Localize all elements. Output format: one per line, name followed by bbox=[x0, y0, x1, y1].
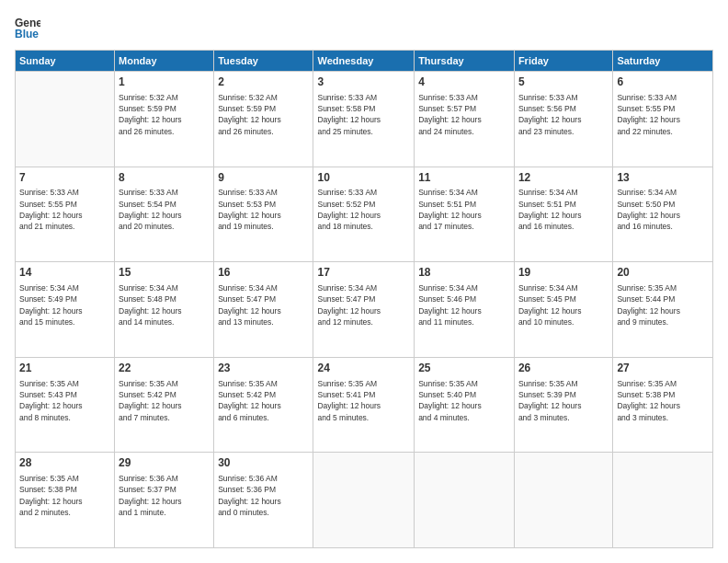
day-info: Sunrise: 5:32 AM Sunset: 5:59 PM Dayligh… bbox=[119, 92, 210, 137]
page: General Blue SundayMondayTuesdayWednesda… bbox=[0, 0, 728, 563]
day-number: 23 bbox=[218, 361, 309, 376]
day-number: 14 bbox=[19, 265, 110, 281]
day-number: 28 bbox=[19, 455, 110, 471]
day-number: 25 bbox=[418, 361, 510, 376]
calendar-week-row: 7Sunrise: 5:33 AM Sunset: 5:55 PM Daylig… bbox=[16, 167, 713, 262]
day-number: 15 bbox=[119, 265, 210, 281]
day-info: Sunrise: 5:35 AM Sunset: 5:44 PM Dayligh… bbox=[617, 282, 709, 327]
day-info: Sunrise: 5:34 AM Sunset: 5:51 PM Dayligh… bbox=[418, 187, 510, 232]
day-number: 24 bbox=[317, 361, 410, 376]
calendar-cell: 19Sunrise: 5:34 AM Sunset: 5:45 PM Dayli… bbox=[514, 262, 612, 358]
calendar-cell: 15Sunrise: 5:34 AM Sunset: 5:48 PM Dayli… bbox=[115, 262, 214, 358]
calendar-cell: 1Sunrise: 5:32 AM Sunset: 5:59 PM Daylig… bbox=[115, 72, 214, 167]
day-info: Sunrise: 5:34 AM Sunset: 5:49 PM Dayligh… bbox=[19, 282, 110, 327]
day-number: 6 bbox=[617, 75, 709, 90]
day-info: Sunrise: 5:35 AM Sunset: 5:38 PM Dayligh… bbox=[617, 378, 709, 423]
day-info: Sunrise: 5:33 AM Sunset: 5:55 PM Dayligh… bbox=[617, 92, 709, 137]
day-number: 2 bbox=[218, 75, 309, 90]
day-info: Sunrise: 5:33 AM Sunset: 5:58 PM Dayligh… bbox=[317, 92, 410, 137]
svg-text:Blue: Blue bbox=[15, 28, 39, 40]
calendar-cell bbox=[313, 453, 415, 548]
day-info: Sunrise: 5:35 AM Sunset: 5:40 PM Dayligh… bbox=[418, 378, 510, 423]
calendar-cell: 9Sunrise: 5:33 AM Sunset: 5:53 PM Daylig… bbox=[214, 167, 313, 262]
calendar-cell: 28Sunrise: 5:35 AM Sunset: 5:38 PM Dayli… bbox=[16, 453, 115, 548]
day-number: 10 bbox=[317, 170, 410, 186]
day-info: Sunrise: 5:33 AM Sunset: 5:54 PM Dayligh… bbox=[119, 187, 210, 232]
calendar-cell: 17Sunrise: 5:34 AM Sunset: 5:47 PM Dayli… bbox=[313, 262, 415, 358]
day-number: 11 bbox=[418, 170, 510, 186]
day-number: 30 bbox=[218, 455, 309, 471]
calendar-cell: 18Sunrise: 5:34 AM Sunset: 5:46 PM Dayli… bbox=[415, 262, 515, 358]
calendar-week-row: 1Sunrise: 5:32 AM Sunset: 5:59 PM Daylig… bbox=[16, 72, 713, 167]
day-number: 20 bbox=[617, 265, 709, 281]
calendar-cell: 22Sunrise: 5:35 AM Sunset: 5:42 PM Dayli… bbox=[115, 357, 214, 453]
logo-icon: General Blue bbox=[15, 15, 40, 40]
day-info: Sunrise: 5:33 AM Sunset: 5:55 PM Dayligh… bbox=[19, 187, 110, 232]
day-info: Sunrise: 5:34 AM Sunset: 5:47 PM Dayligh… bbox=[317, 282, 410, 327]
weekday-header-monday: Monday bbox=[115, 51, 214, 72]
day-info: Sunrise: 5:34 AM Sunset: 5:50 PM Dayligh… bbox=[617, 187, 709, 232]
calendar-cell bbox=[613, 453, 713, 548]
day-number: 29 bbox=[119, 455, 210, 471]
day-number: 12 bbox=[518, 170, 609, 186]
day-info: Sunrise: 5:34 AM Sunset: 5:51 PM Dayligh… bbox=[518, 187, 609, 232]
day-info: Sunrise: 5:35 AM Sunset: 5:42 PM Dayligh… bbox=[119, 378, 210, 423]
day-number: 21 bbox=[19, 361, 110, 376]
day-number: 27 bbox=[617, 361, 709, 376]
calendar-cell: 8Sunrise: 5:33 AM Sunset: 5:54 PM Daylig… bbox=[115, 167, 214, 262]
calendar-cell: 16Sunrise: 5:34 AM Sunset: 5:47 PM Dayli… bbox=[214, 262, 313, 358]
day-number: 4 bbox=[418, 75, 510, 90]
weekday-header-thursday: Thursday bbox=[415, 51, 515, 72]
weekday-header-wednesday: Wednesday bbox=[313, 51, 415, 72]
day-info: Sunrise: 5:33 AM Sunset: 5:53 PM Dayligh… bbox=[218, 187, 309, 232]
calendar-cell: 5Sunrise: 5:33 AM Sunset: 5:56 PM Daylig… bbox=[514, 72, 612, 167]
day-number: 16 bbox=[218, 265, 309, 281]
calendar-cell: 12Sunrise: 5:34 AM Sunset: 5:51 PM Dayli… bbox=[514, 167, 612, 262]
weekday-header-sunday: Sunday bbox=[16, 51, 115, 72]
day-info: Sunrise: 5:35 AM Sunset: 5:42 PM Dayligh… bbox=[218, 378, 309, 423]
day-info: Sunrise: 5:36 AM Sunset: 5:36 PM Dayligh… bbox=[218, 473, 309, 518]
day-number: 3 bbox=[317, 75, 410, 90]
day-number: 22 bbox=[119, 361, 210, 376]
calendar-cell: 7Sunrise: 5:33 AM Sunset: 5:55 PM Daylig… bbox=[16, 167, 115, 262]
weekday-header-tuesday: Tuesday bbox=[214, 51, 313, 72]
calendar-cell bbox=[415, 453, 515, 548]
weekday-header-friday: Friday bbox=[514, 51, 612, 72]
calendar-cell: 26Sunrise: 5:35 AM Sunset: 5:39 PM Dayli… bbox=[514, 357, 612, 453]
calendar-cell: 4Sunrise: 5:33 AM Sunset: 5:57 PM Daylig… bbox=[415, 72, 515, 167]
calendar-cell: 2Sunrise: 5:32 AM Sunset: 5:59 PM Daylig… bbox=[214, 72, 313, 167]
day-info: Sunrise: 5:34 AM Sunset: 5:45 PM Dayligh… bbox=[518, 282, 609, 327]
weekday-header-row: SundayMondayTuesdayWednesdayThursdayFrid… bbox=[16, 51, 713, 72]
calendar-cell: 29Sunrise: 5:36 AM Sunset: 5:37 PM Dayli… bbox=[115, 453, 214, 548]
calendar-cell bbox=[16, 72, 115, 167]
day-info: Sunrise: 5:33 AM Sunset: 5:52 PM Dayligh… bbox=[317, 187, 410, 232]
day-info: Sunrise: 5:35 AM Sunset: 5:43 PM Dayligh… bbox=[19, 378, 110, 423]
calendar-cell: 21Sunrise: 5:35 AM Sunset: 5:43 PM Dayli… bbox=[16, 357, 115, 453]
day-number: 19 bbox=[518, 265, 609, 281]
calendar-cell: 30Sunrise: 5:36 AM Sunset: 5:36 PM Dayli… bbox=[214, 453, 313, 548]
logo: General Blue bbox=[15, 15, 44, 40]
calendar-cell: 25Sunrise: 5:35 AM Sunset: 5:40 PM Dayli… bbox=[415, 357, 515, 453]
calendar-week-row: 21Sunrise: 5:35 AM Sunset: 5:43 PM Dayli… bbox=[16, 357, 713, 453]
day-info: Sunrise: 5:34 AM Sunset: 5:47 PM Dayligh… bbox=[218, 282, 309, 327]
day-info: Sunrise: 5:34 AM Sunset: 5:48 PM Dayligh… bbox=[119, 282, 210, 327]
day-number: 17 bbox=[317, 265, 410, 281]
day-number: 1 bbox=[119, 75, 210, 90]
calendar-cell: 23Sunrise: 5:35 AM Sunset: 5:42 PM Dayli… bbox=[214, 357, 313, 453]
calendar-cell: 3Sunrise: 5:33 AM Sunset: 5:58 PM Daylig… bbox=[313, 72, 415, 167]
calendar-cell: 24Sunrise: 5:35 AM Sunset: 5:41 PM Dayli… bbox=[313, 357, 415, 453]
day-number: 9 bbox=[218, 170, 309, 186]
day-number: 13 bbox=[617, 170, 709, 186]
calendar-cell: 14Sunrise: 5:34 AM Sunset: 5:49 PM Dayli… bbox=[16, 262, 115, 358]
day-number: 8 bbox=[119, 170, 210, 186]
header: General Blue bbox=[15, 15, 713, 40]
day-number: 7 bbox=[19, 170, 110, 186]
day-number: 26 bbox=[518, 361, 609, 376]
day-info: Sunrise: 5:32 AM Sunset: 5:59 PM Dayligh… bbox=[218, 92, 309, 137]
calendar-cell: 11Sunrise: 5:34 AM Sunset: 5:51 PM Dayli… bbox=[415, 167, 515, 262]
calendar-cell: 20Sunrise: 5:35 AM Sunset: 5:44 PM Dayli… bbox=[613, 262, 713, 358]
day-info: Sunrise: 5:35 AM Sunset: 5:39 PM Dayligh… bbox=[518, 378, 609, 423]
calendar-week-row: 14Sunrise: 5:34 AM Sunset: 5:49 PM Dayli… bbox=[16, 262, 713, 358]
day-info: Sunrise: 5:36 AM Sunset: 5:37 PM Dayligh… bbox=[119, 473, 210, 518]
day-info: Sunrise: 5:33 AM Sunset: 5:57 PM Dayligh… bbox=[418, 92, 510, 137]
